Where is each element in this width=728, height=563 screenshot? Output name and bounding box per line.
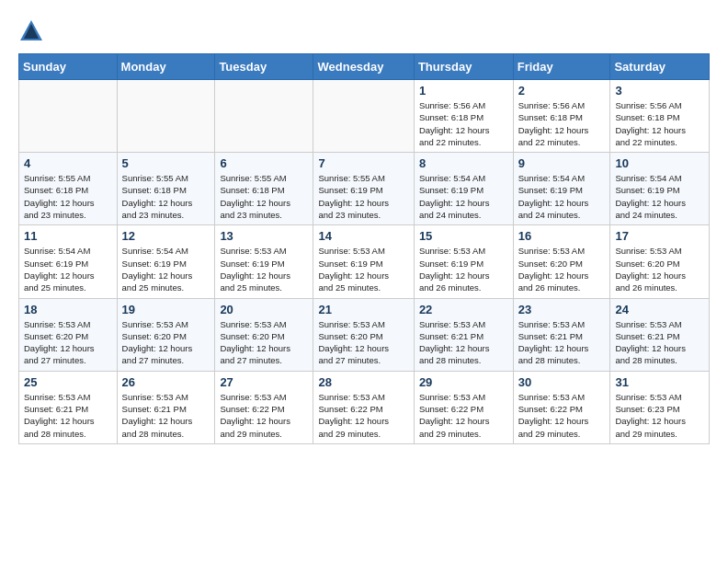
day-number: 29 <box>419 375 508 389</box>
day-info: Sunrise: 5:56 AM Sunset: 6:18 PM Dayligh… <box>615 99 704 148</box>
calendar-cell: 31Sunrise: 5:53 AM Sunset: 6:23 PM Dayli… <box>610 371 710 443</box>
day-info: Sunrise: 5:56 AM Sunset: 6:18 PM Dayligh… <box>419 99 508 148</box>
day-number: 21 <box>318 303 408 316</box>
calendar-cell: 8Sunrise: 5:54 AM Sunset: 6:19 PM Daylig… <box>414 153 513 225</box>
calendar-cell <box>313 80 414 153</box>
day-info: Sunrise: 5:55 AM Sunset: 6:18 PM Dayligh… <box>220 172 308 221</box>
calendar-table: SundayMondayTuesdayWednesdayThursdayFrid… <box>18 53 710 444</box>
calendar-cell: 25Sunrise: 5:53 AM Sunset: 6:21 PM Dayli… <box>19 371 118 443</box>
calendar-cell: 5Sunrise: 5:55 AM Sunset: 6:18 PM Daylig… <box>117 153 215 225</box>
calendar-cell: 10Sunrise: 5:54 AM Sunset: 6:19 PM Dayli… <box>610 153 710 225</box>
day-info: Sunrise: 5:54 AM Sunset: 6:19 PM Dayligh… <box>24 245 112 293</box>
calendar-header-tuesday: Tuesday <box>215 54 313 80</box>
day-info: Sunrise: 5:53 AM Sunset: 6:20 PM Dayligh… <box>220 318 308 367</box>
day-info: Sunrise: 5:53 AM Sunset: 6:19 PM Dayligh… <box>220 245 308 293</box>
calendar-cell: 29Sunrise: 5:53 AM Sunset: 6:22 PM Dayli… <box>414 371 513 443</box>
day-number: 11 <box>24 229 112 243</box>
day-number: 26 <box>122 375 210 389</box>
day-info: Sunrise: 5:53 AM Sunset: 6:19 PM Dayligh… <box>318 245 408 293</box>
day-info: Sunrise: 5:53 AM Sunset: 6:20 PM Dayligh… <box>318 318 408 367</box>
day-number: 12 <box>122 229 210 243</box>
day-info: Sunrise: 5:53 AM Sunset: 6:21 PM Dayligh… <box>24 391 112 440</box>
day-info: Sunrise: 5:55 AM Sunset: 6:19 PM Dayligh… <box>318 172 408 221</box>
calendar-cell <box>215 80 313 153</box>
calendar-cell: 17Sunrise: 5:53 AM Sunset: 6:20 PM Dayli… <box>610 225 710 298</box>
day-info: Sunrise: 5:53 AM Sunset: 6:20 PM Dayligh… <box>615 245 704 293</box>
day-info: Sunrise: 5:54 AM Sunset: 6:19 PM Dayligh… <box>518 172 606 221</box>
day-info: Sunrise: 5:53 AM Sunset: 6:21 PM Dayligh… <box>419 318 508 367</box>
day-info: Sunrise: 5:53 AM Sunset: 6:19 PM Dayligh… <box>419 245 508 293</box>
calendar-header-thursday: Thursday <box>414 54 513 80</box>
calendar-cell: 2Sunrise: 5:56 AM Sunset: 6:18 PM Daylig… <box>513 80 610 153</box>
calendar-cell: 26Sunrise: 5:53 AM Sunset: 6:21 PM Dayli… <box>117 371 215 443</box>
calendar-cell: 1Sunrise: 5:56 AM Sunset: 6:18 PM Daylig… <box>414 80 513 153</box>
logo <box>18 18 48 44</box>
calendar-cell: 4Sunrise: 5:55 AM Sunset: 6:18 PM Daylig… <box>19 153 118 225</box>
calendar-cell: 3Sunrise: 5:56 AM Sunset: 6:18 PM Daylig… <box>610 80 710 153</box>
day-number: 6 <box>220 156 308 170</box>
day-number: 17 <box>615 229 704 243</box>
day-info: Sunrise: 5:53 AM Sunset: 6:22 PM Dayligh… <box>220 391 308 440</box>
calendar-cell: 21Sunrise: 5:53 AM Sunset: 6:20 PM Dayli… <box>313 298 414 371</box>
day-info: Sunrise: 5:53 AM Sunset: 6:21 PM Dayligh… <box>122 391 210 440</box>
day-info: Sunrise: 5:55 AM Sunset: 6:18 PM Dayligh… <box>122 172 210 221</box>
logo-icon <box>18 18 44 44</box>
calendar-cell: 7Sunrise: 5:55 AM Sunset: 6:19 PM Daylig… <box>313 153 414 225</box>
day-info: Sunrise: 5:53 AM Sunset: 6:22 PM Dayligh… <box>318 391 408 440</box>
calendar-cell: 22Sunrise: 5:53 AM Sunset: 6:21 PM Dayli… <box>414 298 513 371</box>
day-number: 15 <box>419 229 508 243</box>
day-number: 28 <box>318 375 408 389</box>
calendar-cell: 30Sunrise: 5:53 AM Sunset: 6:22 PM Dayli… <box>513 371 610 443</box>
calendar-header-monday: Monday <box>117 54 215 80</box>
day-number: 22 <box>419 303 508 316</box>
day-number: 27 <box>220 375 308 389</box>
calendar-header-saturday: Saturday <box>610 54 710 80</box>
day-info: Sunrise: 5:54 AM Sunset: 6:19 PM Dayligh… <box>615 172 704 221</box>
day-info: Sunrise: 5:53 AM Sunset: 6:21 PM Dayligh… <box>615 318 704 367</box>
day-number: 18 <box>24 303 112 316</box>
day-info: Sunrise: 5:54 AM Sunset: 6:19 PM Dayligh… <box>419 172 508 221</box>
calendar-cell: 20Sunrise: 5:53 AM Sunset: 6:20 PM Dayli… <box>215 298 313 371</box>
day-number: 24 <box>615 303 704 316</box>
calendar-cell: 14Sunrise: 5:53 AM Sunset: 6:19 PM Dayli… <box>313 225 414 298</box>
day-number: 1 <box>419 84 508 98</box>
day-number: 3 <box>615 84 704 98</box>
calendar-cell: 6Sunrise: 5:55 AM Sunset: 6:18 PM Daylig… <box>215 153 313 225</box>
calendar-cell <box>117 80 215 153</box>
calendar-cell: 13Sunrise: 5:53 AM Sunset: 6:19 PM Dayli… <box>215 225 313 298</box>
day-info: Sunrise: 5:53 AM Sunset: 6:22 PM Dayligh… <box>518 391 606 440</box>
calendar-cell: 9Sunrise: 5:54 AM Sunset: 6:19 PM Daylig… <box>513 153 610 225</box>
calendar-cell: 16Sunrise: 5:53 AM Sunset: 6:20 PM Dayli… <box>513 225 610 298</box>
day-number: 9 <box>518 156 606 170</box>
calendar-cell: 23Sunrise: 5:53 AM Sunset: 6:21 PM Dayli… <box>513 298 610 371</box>
calendar-cell <box>19 80 118 153</box>
day-info: Sunrise: 5:53 AM Sunset: 6:21 PM Dayligh… <box>518 318 606 367</box>
day-info: Sunrise: 5:53 AM Sunset: 6:22 PM Dayligh… <box>419 391 508 440</box>
day-number: 4 <box>24 156 112 170</box>
calendar-cell: 18Sunrise: 5:53 AM Sunset: 6:20 PM Dayli… <box>19 298 118 371</box>
page-header <box>18 18 710 44</box>
day-number: 30 <box>518 375 606 389</box>
day-number: 10 <box>615 156 704 170</box>
calendar-header-row: SundayMondayTuesdayWednesdayThursdayFrid… <box>19 54 710 80</box>
calendar-header-friday: Friday <box>513 54 610 80</box>
day-info: Sunrise: 5:53 AM Sunset: 6:20 PM Dayligh… <box>24 318 112 367</box>
day-number: 13 <box>220 229 308 243</box>
day-number: 23 <box>518 303 606 316</box>
day-number: 25 <box>24 375 112 389</box>
calendar-cell: 28Sunrise: 5:53 AM Sunset: 6:22 PM Dayli… <box>313 371 414 443</box>
calendar-header-wednesday: Wednesday <box>313 54 414 80</box>
calendar-cell: 15Sunrise: 5:53 AM Sunset: 6:19 PM Dayli… <box>414 225 513 298</box>
day-number: 7 <box>318 156 408 170</box>
day-number: 14 <box>318 229 408 243</box>
day-number: 20 <box>220 303 308 316</box>
day-info: Sunrise: 5:54 AM Sunset: 6:19 PM Dayligh… <box>122 245 210 293</box>
calendar-cell: 24Sunrise: 5:53 AM Sunset: 6:21 PM Dayli… <box>610 298 710 371</box>
day-info: Sunrise: 5:53 AM Sunset: 6:23 PM Dayligh… <box>615 391 704 440</box>
day-info: Sunrise: 5:53 AM Sunset: 6:20 PM Dayligh… <box>518 245 606 293</box>
calendar-cell: 19Sunrise: 5:53 AM Sunset: 6:20 PM Dayli… <box>117 298 215 371</box>
day-number: 5 <box>122 156 210 170</box>
day-number: 19 <box>122 303 210 316</box>
day-info: Sunrise: 5:55 AM Sunset: 6:18 PM Dayligh… <box>24 172 112 221</box>
calendar-week-row: 25Sunrise: 5:53 AM Sunset: 6:21 PM Dayli… <box>19 371 710 443</box>
